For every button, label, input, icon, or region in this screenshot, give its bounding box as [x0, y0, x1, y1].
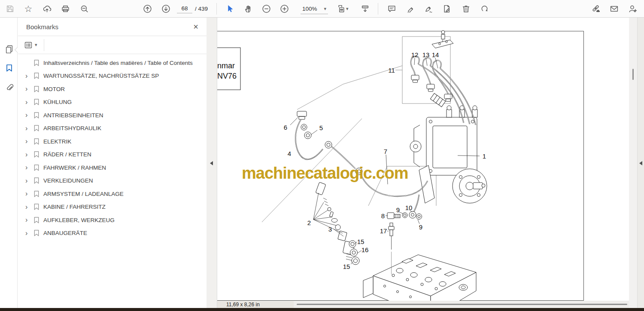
chevron-right-icon[interactable]: ›	[25, 99, 32, 106]
options-separator	[44, 39, 44, 51]
chevron-right-icon[interactable]: ›	[25, 112, 32, 119]
person-add-icon	[628, 4, 637, 13]
chevron-right-icon[interactable]: ›	[25, 151, 32, 158]
bookmarks-tab[interactable]	[4, 63, 14, 73]
zoom-level-dropdown[interactable]: 100% ▾	[301, 3, 328, 14]
document-page[interactable]: nmar NV76 machinecatalogic.com 111213146…	[217, 18, 629, 301]
vertical-scrollbar-thumb[interactable]	[632, 69, 634, 80]
share-upload-button[interactable]	[39, 0, 54, 17]
zoom-out-button[interactable]	[259, 0, 273, 17]
bookmark-item[interactable]: › FAHRWERK / RAHMEN	[18, 161, 207, 174]
bookmark-item[interactable]: › KABINE / FAHRERSITZ	[18, 201, 207, 214]
chevron-right-icon[interactable]: ›	[25, 125, 32, 132]
previous-view-arrow-icon[interactable]	[639, 161, 642, 165]
bookmark-item[interactable]: › MOTOR	[18, 82, 207, 96]
part-number-label: 10	[405, 204, 413, 211]
bookmark-item[interactable]: › WARTUNGSSÄTZE, NACHRÜSTSÄTZE SP	[18, 70, 207, 83]
bookmark-item[interactable]: › ARBEITSHYDRAULIK	[18, 122, 207, 135]
part-number-label: 3	[328, 226, 332, 233]
bookmark-item[interactable]: › RÄDER / KETTEN	[18, 148, 207, 162]
search-button[interactable]	[77, 0, 91, 17]
page-number-input[interactable]	[177, 4, 192, 13]
email-button[interactable]	[607, 0, 621, 17]
part-number-label: 4	[288, 150, 291, 157]
cursor-arrow-icon	[225, 4, 234, 13]
edit-page-button[interactable]	[440, 0, 454, 17]
print-button[interactable]	[58, 0, 73, 17]
bookmarks-panel: Bookmarks × ▾ › Inhaltsverzeichnis / Tab…	[18, 18, 207, 308]
horizontal-scrollbar-thumb[interactable]	[297, 304, 627, 305]
share-link-button[interactable]	[588, 0, 603, 17]
collapse-panel-arrow-icon[interactable]	[210, 161, 213, 165]
chevron-right-icon[interactable]: ›	[25, 230, 32, 237]
select-tool-button[interactable]	[222, 0, 237, 17]
page-size-indicator: 11,69 x 8,26 in	[217, 301, 294, 308]
toolbar: ☆ / 439 100% ▾ ▾	[0, 0, 644, 18]
bookmark-item[interactable]: › AUFKLEBER, WERKZEUG	[18, 213, 207, 227]
navigation-rail	[0, 18, 18, 308]
bookmark-ribbon-icon	[33, 98, 39, 106]
account-button[interactable]	[625, 0, 640, 17]
bookmark-item-label: Inhaltsverzeichnis / Table des matières …	[43, 60, 193, 66]
next-page-button[interactable]	[158, 0, 173, 17]
zoom-level-value: 100%	[302, 6, 317, 12]
bookmark-item[interactable]: › ARMSYSTEM / LADEANLAGE	[18, 187, 207, 201]
bookmark-item-label: ARBEITSHYDRAULIK	[43, 125, 101, 131]
panel-title: Bookmarks	[26, 23, 58, 30]
taskbar-edge	[0, 308, 644, 311]
rotate-page-button[interactable]	[477, 0, 492, 17]
zoom-in-button[interactable]	[277, 0, 292, 17]
part-number-label: 14	[432, 51, 439, 58]
part-number-label: 1	[483, 152, 486, 160]
part-labels: 1112131465471238910917151615	[217, 18, 629, 301]
bookmark-item[interactable]: › ELEKTRIK	[18, 135, 207, 148]
chevron-right-icon[interactable]: ›	[25, 177, 32, 184]
bookmark-item-label: VERKLEIDUNGEN	[43, 177, 93, 184]
highlight-tool-button[interactable]	[403, 0, 417, 17]
chevron-right-icon[interactable]: ›	[25, 190, 32, 197]
comment-tool-button[interactable]	[384, 0, 399, 17]
toolbar-divider	[216, 3, 217, 15]
part-number-label: 7	[384, 148, 387, 155]
attachments-tab[interactable]	[4, 82, 14, 92]
chevron-right-icon[interactable]: ›	[25, 204, 32, 210]
delete-page-button[interactable]	[459, 0, 473, 17]
chevron-right-icon[interactable]: ›	[25, 138, 32, 145]
chevron-right-icon[interactable]: ›	[25, 216, 32, 223]
bookmark-item[interactable]: › Inhaltsverzeichnis / Table des matière…	[18, 56, 207, 70]
page-thumbnails-tab[interactable]	[4, 43, 14, 54]
close-panel-button[interactable]: ×	[190, 21, 201, 32]
vertical-scrollbar[interactable]	[629, 18, 637, 308]
bookmark-item-label: RÄDER / KETTEN	[43, 151, 91, 158]
bookmark-ribbon-icon	[33, 59, 39, 67]
chevron-down-icon[interactable]: ▾	[346, 6, 349, 11]
previous-page-button[interactable]	[140, 0, 155, 17]
part-number-label: 9	[396, 206, 400, 213]
hand-tool-button[interactable]	[241, 0, 255, 17]
bookmark-item[interactable]: › ANTRIEBSEINHEITEN	[18, 109, 207, 122]
bookmark-item[interactable]: › ANBAUGERÄTE	[18, 227, 207, 240]
bookmark-ribbon-icon	[33, 190, 39, 198]
right-edge-strip	[637, 18, 644, 308]
arrow-up-circle-icon	[143, 4, 152, 13]
bookmark-options-button[interactable]: ▾	[24, 41, 37, 49]
chevron-right-icon[interactable]: ›	[25, 85, 32, 92]
part-number-label: 8	[381, 212, 385, 220]
save-button[interactable]	[3, 0, 17, 17]
part-number-label: 15	[357, 238, 365, 245]
bookmark-ribbon-icon	[33, 216, 39, 224]
bookmark-item[interactable]: › KÜHLUNG	[18, 96, 207, 109]
chevron-right-icon[interactable]: ›	[25, 73, 32, 79]
bookmark-item-label: KABINE / FAHRERSITZ	[43, 204, 106, 210]
star-icon: ☆	[24, 4, 33, 13]
save-icon	[6, 4, 15, 13]
bookmark-item[interactable]: › VERKLEIDUNGEN	[18, 174, 207, 188]
star-button[interactable]: ☆	[21, 0, 36, 17]
bookmark-icon	[5, 64, 14, 73]
bookmark-ribbon-icon	[33, 112, 39, 119]
scrolling-mode-button[interactable]	[358, 0, 372, 17]
chevron-right-icon[interactable]: ›	[25, 164, 32, 171]
sign-tool-button[interactable]	[421, 0, 436, 17]
fountain-pen-icon	[424, 4, 433, 13]
bookmark-ribbon-icon	[33, 151, 39, 158]
